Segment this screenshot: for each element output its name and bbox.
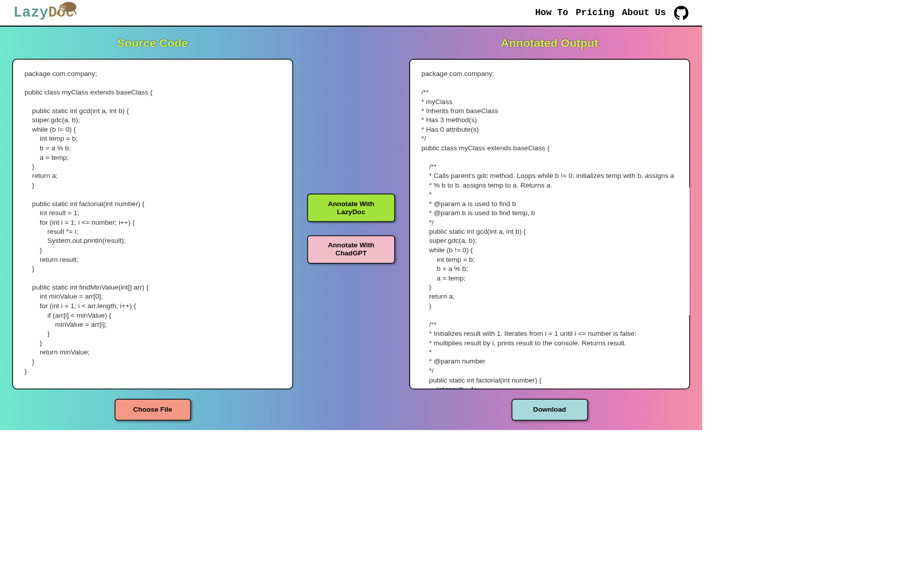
main: Source Code package com.company; public … xyxy=(0,27,702,430)
logo[interactable]: LazyDoc xyxy=(14,5,74,21)
middle-column: Annotate With LazyDoc Annotate With Chad… xyxy=(303,36,399,421)
download-button[interactable]: Download xyxy=(511,399,588,420)
source-column: Source Code package com.company; public … xyxy=(8,36,298,421)
svg-point-2 xyxy=(60,6,64,11)
choose-file-button[interactable]: Choose File xyxy=(115,399,191,420)
nav-pricing[interactable]: Pricing xyxy=(576,8,614,18)
output-code-panel[interactable]: package com.company; /** * myClass * Inh… xyxy=(409,59,690,389)
nav: How To Pricing About Us xyxy=(535,5,689,20)
annotate-chadgpt-button[interactable]: Annotate With ChadGPT xyxy=(307,235,395,263)
header: LazyDoc How To Pricing About Us xyxy=(0,0,702,27)
svg-point-4 xyxy=(63,7,64,8)
github-icon[interactable] xyxy=(674,5,689,20)
nav-about[interactable]: About Us xyxy=(622,8,666,18)
source-code-panel[interactable]: package com.company; public class myClas… xyxy=(12,59,293,389)
svg-point-3 xyxy=(61,7,62,8)
source-title: Source Code xyxy=(117,36,188,49)
annotate-lazydoc-button[interactable]: Annotate With LazyDoc xyxy=(307,194,395,222)
output-column: Annotated Output package com.company; /*… xyxy=(405,36,695,421)
nav-howto[interactable]: How To xyxy=(535,8,568,18)
output-title: Annotated Output xyxy=(501,36,598,49)
sloth-icon xyxy=(55,0,78,15)
